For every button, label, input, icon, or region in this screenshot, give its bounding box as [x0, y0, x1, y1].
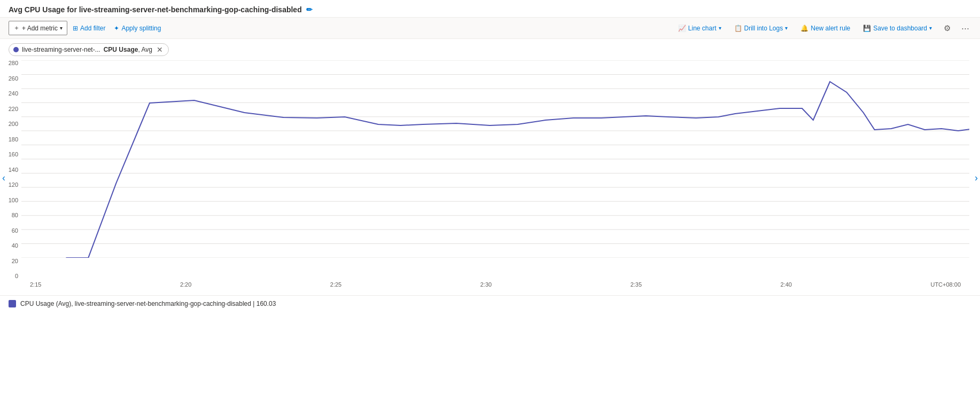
- chart-nav-left-button[interactable]: ‹: [0, 170, 7, 186]
- drill-into-logs-button[interactable]: 📋 Drill into Logs ▾: [731, 22, 791, 34]
- chevron-down-icon: ▾: [60, 25, 63, 31]
- x-label-215: 2:15: [30, 281, 41, 288]
- add-filter-button[interactable]: ⊞ Add filter: [69, 22, 108, 34]
- new-alert-rule-button[interactable]: 🔔 New alert rule: [797, 22, 853, 34]
- x-label-235: 2:35: [631, 281, 642, 288]
- save-icon: 💾: [863, 25, 871, 32]
- page-title: Avg CPU Usage for live-streaming-server-…: [9, 5, 302, 14]
- chip-color-dot: [13, 47, 19, 52]
- chip-bar: live-streaming-server-net-... CPU Usage,…: [0, 39, 980, 60]
- x-label-230: 2:30: [480, 281, 492, 288]
- chevron-down-icon: ▾: [719, 25, 721, 31]
- line-chart-svg: [21, 60, 969, 258]
- chevron-down-icon: ▾: [929, 25, 932, 31]
- settings-button[interactable]: ⚙: [942, 21, 953, 35]
- chevron-down-icon: ▾: [785, 25, 788, 31]
- x-label-240: 2:40: [781, 281, 792, 288]
- more-options-button[interactable]: ⋯: [959, 21, 971, 35]
- add-metric-button[interactable]: ＋ + Add metric ▾: [9, 21, 67, 35]
- x-label-utc: UTC+08:00: [930, 281, 961, 288]
- alert-icon: 🔔: [800, 25, 808, 32]
- logs-icon: 📋: [734, 25, 742, 32]
- chip-metric-label: CPU Usage, Avg: [104, 46, 152, 53]
- chart-nav-right-button[interactable]: ›: [973, 170, 980, 186]
- line-chart-button[interactable]: 📈 Line chart ▾: [675, 22, 725, 34]
- edit-icon[interactable]: ✏: [306, 5, 313, 14]
- chart-container: ‹ › 0 20 40 60 80 100 120 140 160 180 20…: [0, 60, 980, 295]
- toolbar-right: 📈 Line chart ▾ 📋 Drill into Logs ▾ 🔔 New…: [675, 21, 971, 35]
- chip-close-icon[interactable]: ✕: [157, 45, 163, 54]
- legend: CPU Usage (Avg), live-streaming-server-n…: [0, 295, 980, 312]
- x-label-225: 2:25: [330, 281, 341, 288]
- legend-color-box: [9, 300, 16, 307]
- legend-label: CPU Usage (Avg), live-streaming-server-n…: [20, 300, 276, 307]
- toolbar: ＋ + Add metric ▾ ⊞ Add filter ✦ Apply sp…: [0, 17, 980, 39]
- chip-server-label: live-streaming-server-net-...: [22, 46, 100, 53]
- toolbar-left: ＋ + Add metric ▾ ⊞ Add filter ✦ Apply sp…: [9, 21, 164, 35]
- plus-icon: ＋: [13, 23, 20, 33]
- x-label-220: 2:20: [180, 281, 191, 288]
- save-to-dashboard-button[interactable]: 💾 Save to dashboard ▾: [860, 22, 935, 34]
- filter-icon: ⊞: [73, 25, 78, 32]
- line-chart-icon: 📈: [678, 25, 686, 32]
- page-title-bar: Avg CPU Usage for live-streaming-server-…: [0, 0, 980, 17]
- x-axis: 2:15 2:20 2:25 2:30 2:35 2:40 UTC+08:00: [30, 279, 961, 295]
- split-icon: ✦: [114, 25, 119, 32]
- apply-splitting-button[interactable]: ✦ Apply splitting: [111, 22, 164, 34]
- metric-chip[interactable]: live-streaming-server-net-... CPU Usage,…: [9, 43, 169, 56]
